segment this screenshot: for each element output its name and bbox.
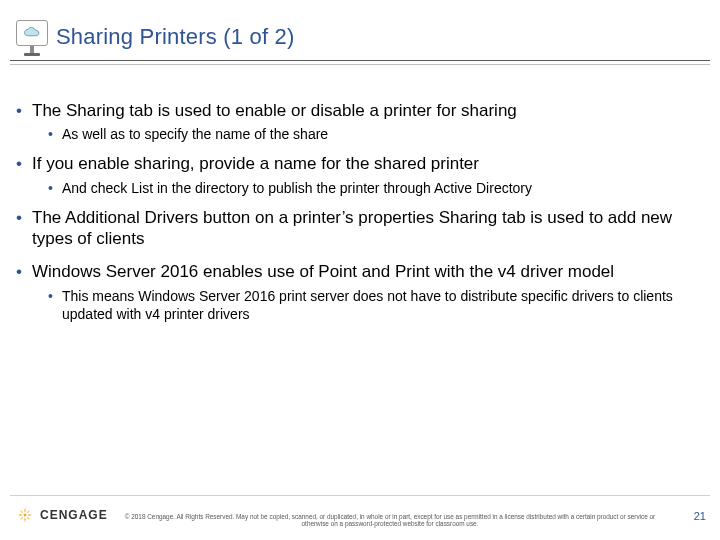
- monitor-stand-icon: [22, 46, 42, 56]
- title-rule: [10, 60, 710, 61]
- bullet-item: The Sharing tab is used to enable or dis…: [14, 100, 706, 143]
- title-rule-shadow: [10, 64, 710, 65]
- bullet-text: If you enable sharing, provide a name fo…: [32, 154, 479, 173]
- brand-logo: CENGAGE: [16, 506, 108, 524]
- bullet-item: Windows Server 2016 enables use of Point…: [14, 261, 706, 323]
- slide-header: Sharing Printers (1 of 2): [0, 0, 720, 14]
- sub-bullet-item: As well as to specify the name of the sh…: [32, 125, 706, 143]
- bullet-item: The Additional Drivers button on a print…: [14, 207, 706, 256]
- sub-bullet-text: And check List in the directory to publi…: [62, 180, 532, 196]
- slide-title: Sharing Printers (1 of 2): [56, 24, 295, 50]
- bullet-text: The Additional Drivers button on a print…: [32, 208, 672, 248]
- bullet-text: Windows Server 2016 enables use of Point…: [32, 262, 614, 281]
- sub-bullet-item: And check List in the directory to publi…: [32, 179, 706, 197]
- starburst-icon: [16, 506, 34, 524]
- bullet-item: If you enable sharing, provide a name fo…: [14, 153, 706, 196]
- bullet-text: The Sharing tab is used to enable or dis…: [32, 101, 517, 120]
- brand-name: CENGAGE: [40, 508, 108, 522]
- sub-bullet-text: As well as to specify the name of the sh…: [62, 126, 328, 142]
- copyright-text: © 2018 Cengage. All Rights Reserved. May…: [120, 513, 660, 528]
- cloud-monitor-icon: [16, 20, 48, 46]
- footer-rule: [10, 495, 710, 496]
- sub-bullet-text: This means Windows Server 2016 print ser…: [62, 288, 673, 322]
- slide-body: The Sharing tab is used to enable or dis…: [14, 100, 706, 333]
- sub-bullet-item: This means Windows Server 2016 print ser…: [32, 287, 706, 323]
- svg-point-0: [24, 514, 27, 517]
- page-number: 21: [694, 510, 706, 522]
